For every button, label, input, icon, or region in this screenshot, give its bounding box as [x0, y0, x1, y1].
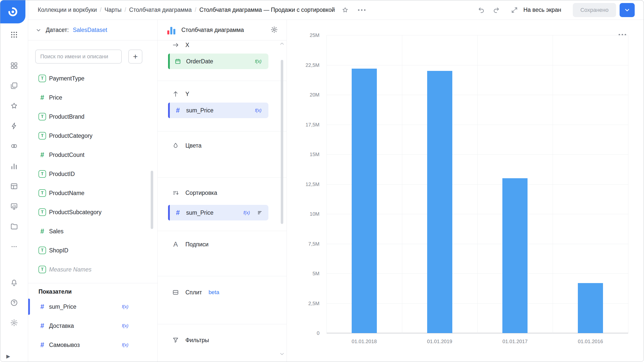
section-y: Y # sum_Price f(x) [158, 81, 287, 131]
connections-rings-icon[interactable] [10, 142, 18, 150]
sort-field-chip[interactable]: # sum_Price f(x) [168, 205, 268, 220]
app-switcher-icon[interactable] [10, 30, 18, 39]
plot-area [327, 35, 628, 333]
dataset-field-row[interactable]: #Price [28, 88, 157, 107]
section-filters: Фильтры [158, 324, 287, 362]
measure-field-row[interactable]: #sum_Pricef(x) [28, 297, 157, 316]
notifications-bell-icon[interactable] [10, 278, 18, 287]
section-y-label: Y [185, 91, 189, 98]
chart-type-header[interactable]: Столбчатая диаграмма [158, 20, 287, 40]
breadcrumb: Коллекции и воркбуки/Чарты/Столбчатая ди… [38, 7, 335, 13]
monitoring-icon[interactable] [10, 202, 18, 211]
number-field-icon: # [38, 94, 46, 102]
dataset-field-row[interactable]: TPaymentType [28, 69, 157, 88]
y-tick-label: 10M [310, 211, 319, 217]
section-sort-label: Сортировка [185, 190, 217, 196]
more-icon[interactable] [10, 242, 18, 251]
gridline-vertical [327, 35, 327, 333]
breadcrumb-item[interactable]: Чарты [104, 7, 121, 13]
widgets-icon[interactable] [10, 61, 18, 70]
bar-01.01.2018[interactable] [352, 69, 377, 333]
x-tick-label: 01.01.2016 [578, 339, 603, 344]
measure-field-row[interactable]: #Самовывозf(x) [28, 335, 157, 354]
dataset-panel: Датасет: SalesDataset + TPaymentType#Pri… [28, 20, 158, 362]
formula-icon: f(x) [255, 59, 261, 64]
save-dropdown-button[interactable] [620, 3, 635, 17]
dataset-field-row[interactable]: TProductSubcategory [28, 203, 157, 222]
favorites-icon[interactable] [10, 102, 18, 110]
fullscreen-button[interactable]: На весь экран [511, 6, 561, 14]
labels-a-icon: A [172, 241, 179, 248]
config-scrollbar[interactable] [281, 60, 283, 224]
y-axis-labels: 25M22,5M20M17,5M15M12,5M10M7,5M5M2,5M0 [287, 35, 319, 333]
undo-icon[interactable] [477, 6, 485, 14]
x-field-chip[interactable]: OrderDate f(x) [168, 54, 268, 69]
breadcrumb-item[interactable]: Столбчатая диаграмма [129, 7, 192, 13]
x-tick-label: 01.01.2018 [352, 339, 377, 344]
bar-01.01.2017[interactable] [502, 178, 528, 333]
breadcrumb-separator: / [100, 7, 101, 13]
number-field-icon: # [38, 228, 46, 235]
measure-field-row[interactable]: #Доставкаf(x) [28, 316, 157, 335]
breadcrumb-item[interactable]: Коллекции и воркбуки [38, 7, 97, 13]
string-field-icon: T [38, 132, 46, 140]
dataset-field-row[interactable]: #Sales [28, 222, 157, 241]
charts-icon[interactable] [10, 162, 18, 170]
scroll-down-icon[interactable] [280, 352, 284, 356]
sort-order-icon[interactable] [257, 209, 263, 216]
dimension-list: TPaymentType#PriceTProductBrandTProductC… [28, 69, 157, 279]
dataset-field-row[interactable]: TProductBrand [28, 107, 157, 126]
tables-icon[interactable] [10, 182, 18, 191]
help-icon[interactable] [10, 298, 18, 307]
main-area: Коллекции и воркбуки/Чарты/Столбчатая ди… [28, 0, 644, 362]
gridline-vertical [402, 35, 402, 333]
app-window: ▶ Коллекции и воркбуки/Чарты/Столбчатая … [0, 0, 644, 362]
dataset-name-link[interactable]: SalesDataset [73, 27, 107, 33]
favorite-star-icon[interactable] [341, 6, 349, 14]
column-chart-type-icon [167, 26, 176, 34]
string-field-icon: T [38, 189, 46, 197]
field-name: Price [49, 94, 62, 101]
bar-01.01.2019[interactable] [427, 71, 452, 333]
dataset-field-row[interactable]: TShopID [28, 241, 157, 260]
settings-gear-icon[interactable] [10, 319, 18, 327]
chart-settings-gear-icon[interactable] [270, 26, 278, 34]
dataset-scrollbar[interactable] [151, 171, 153, 229]
field-name: Sales [49, 228, 64, 235]
saved-button[interactable]: Сохранено [573, 3, 616, 17]
filter-funnel-icon [172, 337, 179, 344]
dataset-field-row[interactable]: TProductID [28, 164, 157, 184]
dataset-field-row[interactable]: #ProductCount [28, 145, 157, 164]
bar-01.01.2016[interactable] [578, 283, 603, 333]
dataset-field-row[interactable]: TProductCategory [28, 126, 157, 145]
dataset-field-row[interactable]: TProductName [28, 184, 157, 203]
datalens-logo[interactable] [0, 0, 25, 23]
dataset-field-row[interactable]: TMeasure Names [28, 260, 157, 279]
color-drop-icon [172, 142, 179, 149]
field-name: ProductCategory [49, 132, 93, 139]
y-field-chip[interactable]: # sum_Price f(x) [168, 103, 268, 118]
field-name: sum_Price [49, 303, 76, 310]
breadcrumb-more-icon[interactable] [358, 9, 366, 11]
field-name: Доставка [49, 323, 74, 329]
collections-icon[interactable] [10, 81, 18, 90]
scroll-up-icon[interactable] [280, 42, 284, 46]
collapse-rail-icon[interactable]: ▶ [6, 353, 10, 359]
x-tick-label: 01.01.2019 [427, 339, 452, 344]
files-folder-icon[interactable] [10, 222, 18, 231]
section-split-label: Сплит [185, 289, 202, 296]
y-tick-label: 5M [312, 271, 319, 277]
chart-type-title: Столбчатая диаграмма [181, 27, 244, 33]
topbar-actions: На весь экран Сохранено [477, 3, 635, 17]
field-name: ProductName [49, 190, 85, 197]
dataset-header[interactable]: Датасет: SalesDataset [28, 20, 157, 40]
editor-lightning-icon[interactable] [10, 122, 18, 130]
section-x: X OrderDate f(x) [158, 40, 287, 81]
number-field-icon: # [38, 341, 46, 349]
field-search-input[interactable] [35, 50, 122, 64]
redo-icon[interactable] [493, 6, 500, 14]
add-field-button[interactable]: + [128, 50, 142, 64]
sort-field-name: sum_Price [186, 209, 214, 216]
dataset-label: Датасет: [46, 27, 69, 33]
breadcrumb-item[interactable]: Столбчатая диаграмма — Продажи с сортиро… [199, 7, 335, 13]
